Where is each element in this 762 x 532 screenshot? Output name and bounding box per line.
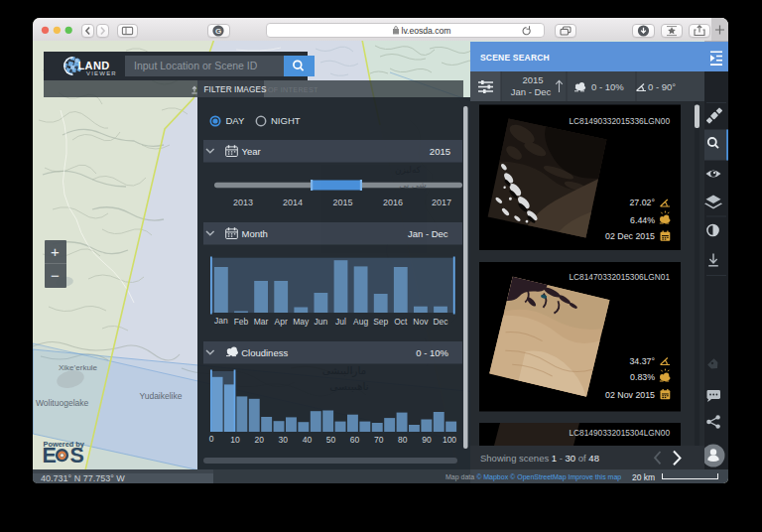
svg-text:Cloudiness: Cloudiness — [241, 347, 288, 358]
svg-text:Jul: Jul — [335, 317, 346, 327]
svg-text:E: E — [43, 444, 57, 467]
svg-text:LC81490332015304LGN00: LC81490332015304LGN00 — [570, 428, 671, 438]
svg-text:0.83%: 0.83% — [630, 372, 655, 382]
svg-text:مارالبىشى: مارالبىشى — [322, 364, 366, 377]
svg-text:DAY: DAY — [226, 115, 245, 126]
svg-text:Xike’erkule: Xike’erkule — [59, 363, 98, 372]
svg-text:2015: 2015 — [522, 73, 543, 84]
svg-text:70: 70 — [374, 435, 384, 445]
svg-text:Yudaikelike: Yudaikelike — [139, 391, 182, 401]
svg-text:Apr: Apr — [275, 317, 288, 327]
svg-text:Oct: Oct — [394, 317, 408, 327]
svg-text:Jan: Jan — [214, 316, 228, 326]
svg-text:2014: 2014 — [283, 198, 303, 207]
svg-text:LC81470332015306LGN01: LC81470332015306LGN01 — [570, 272, 671, 282]
svg-text:Showing scenes 1 - 30 of 48: Showing scenes 1 - 30 of 48 — [480, 452, 599, 463]
svg-text:Jan - Dec: Jan - Dec — [408, 228, 448, 239]
svg-text:80: 80 — [398, 435, 408, 445]
svg-text:G: G — [215, 26, 221, 35]
svg-text:90: 90 — [422, 435, 432, 445]
svg-text:Dec: Dec — [433, 317, 448, 327]
svg-text:S: S — [70, 444, 84, 467]
svg-text:Sep: Sep — [373, 317, 388, 327]
svg-text:0 - 10%: 0 - 10% — [591, 80, 624, 91]
svg-text:May: May — [293, 317, 310, 327]
svg-text:Jun: Jun — [315, 317, 328, 327]
svg-text:0: 0 — [209, 434, 214, 444]
svg-text:0 - 90°: 0 - 90° — [648, 80, 676, 91]
svg-text:02 Dec 2015: 02 Dec 2015 — [605, 231, 655, 241]
svg-text:20: 20 — [254, 435, 264, 445]
svg-text:6.44%: 6.44% — [630, 214, 655, 224]
svg-text:Year: Year — [242, 146, 261, 157]
svg-text:100: 100 — [443, 435, 456, 445]
svg-text:Aug: Aug — [353, 317, 368, 327]
svg-text:0 - 10%: 0 - 10% — [416, 347, 448, 358]
svg-text:40: 40 — [303, 435, 313, 445]
svg-text:2013: 2013 — [233, 198, 253, 207]
svg-text:2015: 2015 — [430, 146, 450, 157]
svg-text:SCENE SEARCH: SCENE SEARCH — [480, 53, 550, 63]
svg-text:LC81490332015336LGN00: LC81490332015336LGN00 — [570, 115, 671, 125]
svg-text:2017: 2017 — [432, 198, 451, 207]
svg-text:30: 30 — [279, 435, 289, 445]
svg-text:Wolituogelake: Wolituogelake — [36, 398, 89, 408]
svg-text:60: 60 — [350, 435, 360, 445]
svg-text:Nov: Nov — [413, 317, 429, 327]
svg-text:NIGHT: NIGHT — [271, 115, 301, 126]
svg-text:50: 50 — [326, 435, 336, 445]
svg-text:Month: Month — [242, 228, 268, 239]
svg-text:27.02°: 27.02° — [629, 198, 655, 207]
svg-text:كەليزن: كەليزن — [395, 165, 422, 175]
svg-text:02 Nov 2015: 02 Nov 2015 — [605, 390, 655, 400]
svg-text:شى بى: شى بى — [399, 180, 427, 190]
svg-text:2016: 2016 — [383, 198, 403, 207]
svg-text:ناهىبىسى: ناهىبىسى — [329, 380, 368, 392]
svg-text:10: 10 — [230, 435, 240, 445]
svg-text:34.37°: 34.37° — [629, 355, 655, 365]
svg-text:2015: 2015 — [332, 198, 352, 207]
svg-text:lv.eosda.com: lv.eosda.com — [402, 26, 451, 36]
svg-text:Mar: Mar — [254, 317, 269, 327]
svg-text:Feb: Feb — [234, 317, 249, 327]
svg-text:Jan - Dec: Jan - Dec — [511, 85, 552, 96]
